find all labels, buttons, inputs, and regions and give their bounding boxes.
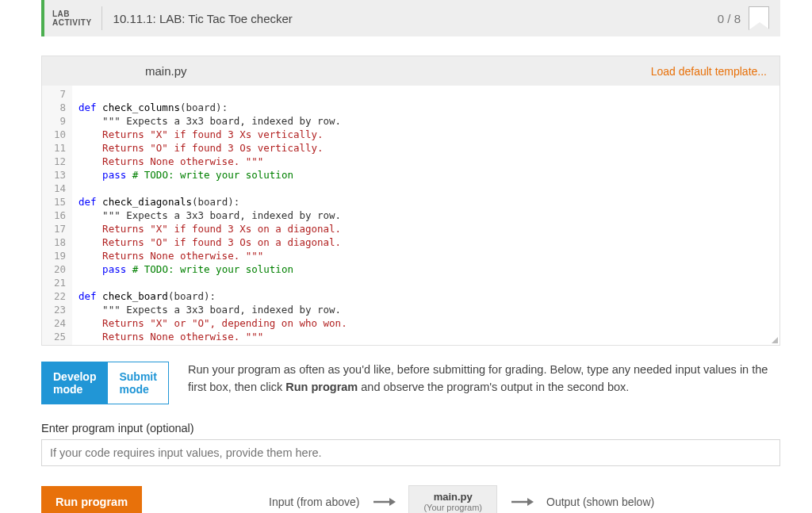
- program-input[interactable]: [41, 439, 780, 466]
- program-flow-box: main.py (Your program): [408, 485, 497, 513]
- mode-description: Run your program as often as you'd like,…: [188, 362, 780, 404]
- mode-toggle: Develop mode Submit mode: [41, 362, 169, 404]
- lab-activity-label: LAB ACTIVITY: [52, 10, 92, 27]
- editor-filename: main.py: [145, 64, 651, 78]
- arrow-icon: [372, 497, 396, 507]
- svg-marker-3: [527, 498, 534, 506]
- arrow-icon: [510, 497, 534, 507]
- input-flow-label: Input (from above): [269, 496, 359, 508]
- bookmark-icon[interactable]: [749, 6, 769, 30]
- editor-panel: main.py Load default template... 7891011…: [41, 56, 780, 346]
- line-gutter: 78910111213141516171819202122232425: [42, 86, 72, 345]
- code-body[interactable]: def check_columns(board): """ Expects a …: [72, 86, 779, 345]
- input-label: Enter program input (optional): [41, 422, 780, 435]
- run-program-button[interactable]: Run program: [41, 486, 142, 514]
- develop-mode-button[interactable]: Develop mode: [42, 362, 107, 404]
- mode-row: Develop mode Submit mode Run your progra…: [41, 362, 780, 404]
- editor-header: main.py Load default template...: [42, 56, 779, 86]
- lab-score: 0 / 8: [718, 12, 741, 25]
- lab-header: LAB ACTIVITY 10.11.1: LAB: Tic Tac Toe c…: [41, 0, 780, 36]
- run-row: Run program Input (from above) main.py (…: [41, 485, 780, 513]
- resize-handle[interactable]: [770, 335, 778, 343]
- output-flow-label: Output (shown below): [546, 496, 654, 508]
- divider: [102, 6, 102, 30]
- load-template-link[interactable]: Load default template...: [651, 65, 767, 78]
- svg-marker-1: [389, 498, 396, 506]
- submit-mode-button[interactable]: Submit mode: [107, 362, 167, 404]
- code-editor[interactable]: 78910111213141516171819202122232425 def …: [42, 86, 779, 345]
- lab-title: 10.11.1: LAB: Tic Tac Toe checker: [113, 12, 718, 25]
